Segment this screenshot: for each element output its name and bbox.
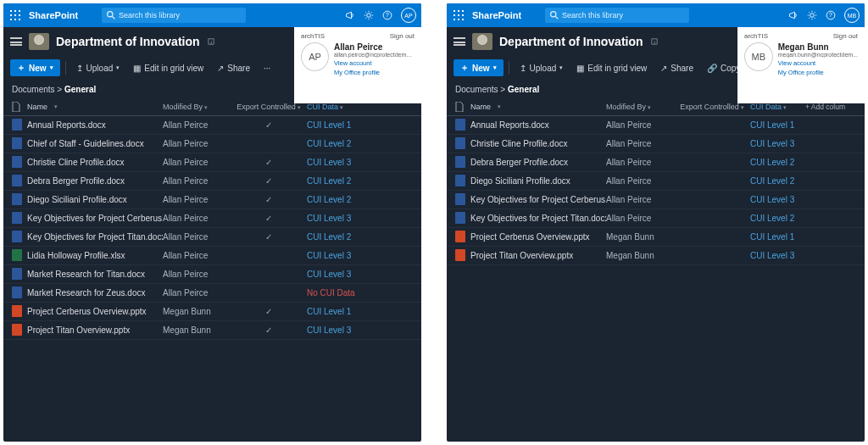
file-name[interactable]: Key Objectives for Project Cerberus.docx	[27, 214, 163, 223]
docx-icon	[455, 137, 465, 149]
hamburger-icon[interactable]	[10, 37, 22, 46]
file-name[interactable]: Diego Siciliani Profile.docx	[27, 195, 163, 204]
info-icon[interactable]: i	[207, 37, 215, 46]
search-box[interactable]	[102, 8, 246, 23]
table-row[interactable]: Diego Siciliani Profile.docxAllan Peirce…	[3, 191, 421, 209]
col-cui-header[interactable]: CUI Data▾	[307, 103, 413, 111]
app-launcher-icon[interactable]	[8, 8, 22, 22]
account-avatar[interactable]: AP	[401, 8, 416, 23]
site-logo[interactable]	[29, 33, 49, 50]
file-name[interactable]: Diego Siciliani Profile.docx	[470, 176, 606, 186]
sign-out-link[interactable]: Sign out	[390, 32, 415, 40]
table-row[interactable]: Key Objectives for Project Titan.docxAll…	[447, 209, 865, 228]
table-row[interactable]: Project Titan Overview.pptxMegan Bunn✓CU…	[3, 321, 421, 340]
share-button[interactable]: ↗Share	[212, 61, 255, 75]
app-name[interactable]: SharePoint	[29, 10, 78, 20]
breadcrumb-root[interactable]: Documents	[12, 85, 55, 94]
app-launcher-icon[interactable]	[452, 8, 465, 22]
new-button[interactable]: ＋New▾	[453, 59, 504, 76]
site-logo[interactable]	[472, 33, 492, 50]
share-button[interactable]: ↗Share	[655, 61, 698, 75]
col-name-header[interactable]: Name▾	[27, 103, 163, 111]
table-row[interactable]: Project Cerberus Overview.pptxMegan Bunn…	[447, 228, 865, 247]
account-avatar[interactable]: MB	[844, 8, 860, 23]
col-export-header[interactable]: Export Controlled▾	[231, 103, 307, 111]
add-column-button[interactable]: + Add colum	[805, 103, 856, 111]
sort-icon: ▾	[54, 103, 58, 110]
grid-view-button[interactable]: ▦Edit in grid view	[571, 61, 652, 75]
table-row[interactable]: Market Research for Titan.docxAllan Peir…	[3, 265, 421, 284]
upload-button[interactable]: ↥Upload▾	[71, 61, 125, 75]
table-row[interactable]: Key Objectives for Project Cerberus.docx…	[3, 209, 421, 228]
cui-level: CUI Level 3	[307, 270, 413, 279]
megaphone-icon[interactable]	[788, 10, 798, 20]
search-input[interactable]	[119, 11, 241, 19]
file-name[interactable]: Annual Reports.docx	[27, 120, 163, 130]
search-box[interactable]	[545, 8, 689, 23]
file-name[interactable]: Key Objectives for Project Cerberus.docx	[470, 195, 606, 204]
app-name[interactable]: SharePoint	[472, 10, 521, 20]
table-row[interactable]: Lidia Holloway Profile.xlsxAllan PeirceC…	[3, 247, 421, 265]
office-profile-link[interactable]: My Office profile	[334, 69, 415, 78]
col-modified-header[interactable]: Modified By▾	[606, 103, 674, 111]
table-row[interactable]: Annual Reports.docxAllan Peirce✓CUI Leve…	[3, 116, 421, 135]
file-name[interactable]: Market Research for Zeus.docx	[27, 288, 163, 298]
megaphone-icon[interactable]	[345, 10, 355, 20]
table-row[interactable]: Key Objectives for Project Titan.docxAll…	[3, 228, 421, 247]
svg-rect-2	[19, 10, 20, 12]
modified-by: Allan Peirce	[606, 120, 674, 130]
gear-icon[interactable]	[807, 10, 817, 20]
file-name[interactable]: Annual Reports.docx	[470, 120, 606, 130]
svg-rect-8	[19, 19, 20, 20]
file-name[interactable]: Project Cerberus Overview.pptx	[470, 232, 606, 242]
file-name[interactable]: Project Titan Overview.pptx	[27, 325, 163, 335]
file-name[interactable]: Debra Berger Profile.docx	[470, 158, 606, 167]
file-name[interactable]: Project Cerberus Overview.pptx	[27, 307, 163, 316]
search-input[interactable]	[562, 11, 684, 19]
file-name[interactable]: Lidia Holloway Profile.xlsx	[27, 251, 163, 260]
breadcrumb-root[interactable]: Documents	[455, 85, 498, 94]
file-name[interactable]: Christie Cline Profile.docx	[27, 158, 163, 167]
table-row[interactable]: Market Research for Zeus.docxAllan Peirc…	[3, 284, 421, 303]
site-title[interactable]: Department of Innovation	[56, 35, 200, 48]
file-name[interactable]: Chief of Staff - Guidelines.docx	[27, 139, 163, 148]
help-icon[interactable]: ?	[382, 10, 392, 20]
gear-icon[interactable]	[364, 10, 374, 20]
view-account-link[interactable]: View account	[778, 59, 858, 69]
pptx-icon	[455, 231, 465, 242]
help-icon[interactable]: ?	[826, 10, 836, 20]
file-name[interactable]: Key Objectives for Project Titan.docx	[27, 232, 163, 242]
table-row[interactable]: Debra Berger Profile.docxAllan PeirceCUI…	[447, 153, 865, 172]
site-title[interactable]: Department of Innovation	[499, 35, 643, 48]
sign-out-link[interactable]: Sign out	[833, 32, 858, 40]
table-row[interactable]: Chief of Staff - Guidelines.docxAllan Pe…	[3, 135, 421, 153]
file-name[interactable]: Christie Cline Profile.docx	[470, 139, 606, 148]
file-icon	[455, 102, 464, 112]
file-name[interactable]: Project Titan Overview.pptx	[470, 251, 606, 260]
table-row[interactable]: Project Titan Overview.pptxMegan BunnCUI…	[447, 247, 865, 265]
col-name-header[interactable]: Name▾	[470, 103, 606, 111]
file-name[interactable]: Key Objectives for Project Titan.docx	[470, 214, 606, 223]
upload-button[interactable]: ↥Upload▾	[515, 61, 569, 75]
table-row[interactable]: Debra Berger Profile.docxAllan Peirce✓CU…	[3, 172, 421, 191]
file-name[interactable]: Debra Berger Profile.docx	[27, 176, 163, 186]
table-row[interactable]: Key Objectives for Project Cerberus.docx…	[447, 191, 865, 209]
more-button[interactable]: ···	[259, 61, 275, 75]
grid-view-button[interactable]: ▦Edit in grid view	[128, 61, 209, 75]
new-button[interactable]: ＋New▾	[10, 59, 60, 76]
col-cui-header[interactable]: CUI Data▾	[750, 103, 805, 111]
info-icon[interactable]: i	[650, 37, 659, 46]
modified-by: Allan Peirce	[163, 120, 231, 130]
table-row[interactable]: Annual Reports.docxAllan PeirceCUI Level…	[447, 116, 865, 135]
office-profile-link[interactable]: My Office profile	[778, 69, 858, 78]
docx-icon	[12, 286, 22, 298]
table-row[interactable]: Christie Cline Profile.docxAllan Peirce✓…	[3, 153, 421, 172]
view-account-link[interactable]: View account	[334, 59, 415, 69]
col-export-header[interactable]: Export Controlled▾	[674, 103, 750, 111]
table-row[interactable]: Christie Cline Profile.docxAllan PeirceC…	[447, 135, 865, 153]
file-name[interactable]: Market Research for Titan.docx	[27, 270, 163, 279]
col-modified-header[interactable]: Modified By▾	[163, 103, 231, 111]
table-row[interactable]: Project Cerberus Overview.pptxMegan Bunn…	[3, 303, 421, 321]
table-row[interactable]: Diego Siciliani Profile.docxAllan Peirce…	[447, 172, 865, 191]
hamburger-icon[interactable]	[453, 37, 465, 46]
